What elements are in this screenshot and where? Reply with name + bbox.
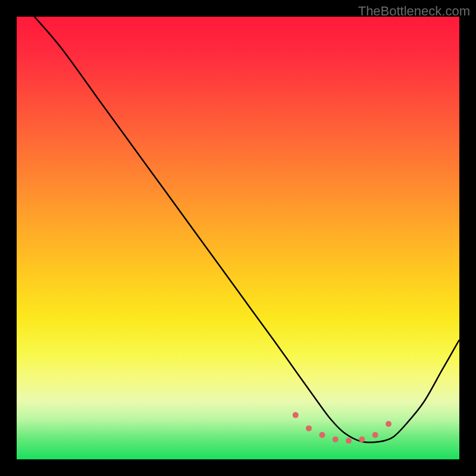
bottleneck-curve-line bbox=[35, 17, 459, 443]
watermark-text: TheBottleneck.com bbox=[358, 4, 470, 19]
trough-marker-dot bbox=[372, 432, 378, 438]
trough-markers bbox=[293, 412, 392, 444]
plot-area bbox=[17, 17, 459, 459]
trough-marker-dot bbox=[293, 412, 299, 418]
trough-marker-dot bbox=[306, 425, 312, 431]
trough-marker-dot bbox=[333, 437, 339, 443]
trough-marker-dot bbox=[346, 438, 352, 444]
trough-marker-dot bbox=[319, 432, 325, 438]
trough-marker-dot bbox=[386, 421, 392, 427]
trough-marker-dot bbox=[359, 437, 365, 443]
chart-svg bbox=[17, 17, 459, 459]
